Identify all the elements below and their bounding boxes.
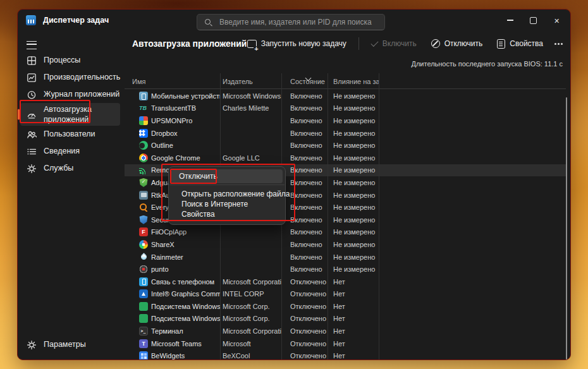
punto-icon — [139, 265, 148, 274]
sidebar-item-6[interactable]: Службы — [20, 160, 120, 177]
sidebar-item-settings[interactable]: Параметры — [20, 336, 120, 353]
startup-app-row[interactable]: BeWidgetsBeXCoolОтключеноНет — [125, 349, 566, 360]
app-status: Отключено — [281, 352, 328, 360]
startup-app-row[interactable]: TranslucentTBCharles MiletteВключеноНе и… — [125, 102, 566, 115]
startup-app-row[interactable]: DropboxВключеноНе измерено — [125, 127, 566, 140]
app-status: Включено — [281, 253, 328, 261]
app-status: Отключено — [281, 290, 328, 298]
sidebar-item-label: Производительность — [44, 72, 120, 82]
app-name: Подсистема Windows для... — [151, 303, 220, 310]
column-header-1[interactable]: Издатель — [220, 78, 281, 85]
app-name: Dropbox — [151, 130, 178, 137]
enable-button[interactable]: Включить — [368, 37, 420, 51]
context-menu-item-2[interactable]: Поиск в Интернете — [169, 199, 285, 209]
startup-app-row[interactable]: FiiOCplAppВключеноНе измерено — [125, 226, 566, 239]
app-status: Включено — [281, 130, 328, 137]
app-name: Мобильные устройства — [151, 92, 220, 100]
app-name: Remo — [151, 166, 169, 174]
minimize-icon — [507, 20, 513, 20]
startup-app-row[interactable]: Intel® Graphics Comman...INTEL CORPОтклю… — [125, 288, 566, 301]
block-icon — [431, 39, 440, 48]
search-box[interactable] — [197, 14, 385, 30]
more-button[interactable] — [554, 40, 563, 47]
sidebar-item-2[interactable]: Журнал приложений — [20, 86, 120, 103]
app-status: Отключено — [281, 278, 328, 286]
context-menu-item-0[interactable]: Отключить — [171, 169, 283, 183]
processes-icon — [27, 56, 37, 66]
properties-button[interactable]: Свойства — [494, 37, 546, 51]
search-input[interactable] — [218, 17, 377, 27]
app-startup-impact: Нет — [328, 327, 379, 335]
sidebar-item-label: Журнал приложений — [44, 89, 119, 99]
sidebar-item-4[interactable]: Пользователи — [20, 126, 120, 143]
toolbar-divider — [358, 37, 359, 50]
app-publisher: Google LLC — [220, 154, 281, 162]
sidebar-item-label: Пользователи — [44, 129, 95, 139]
hamburger-menu-icon[interactable] — [27, 41, 37, 49]
app-publisher: Microsoft Corp. — [220, 303, 281, 310]
sharex-icon — [139, 240, 148, 249]
sidebar-item-1[interactable]: Производительность — [20, 69, 120, 86]
app-startup-impact: Нет — [328, 290, 379, 298]
disable-label: Отключить — [444, 39, 483, 48]
disable-button[interactable]: Отключить — [428, 37, 486, 51]
shield-green-icon — [139, 178, 148, 187]
app-startup-impact: Не измерено — [328, 228, 379, 236]
app-status: Отключено — [281, 315, 328, 322]
app-startup-impact: Не измерено — [328, 154, 379, 162]
phone-icon — [139, 92, 148, 100]
sidebar-item-5[interactable]: Сведения — [20, 143, 120, 160]
table-header: ИмяИздательСостояниеВлияние на за... — [125, 73, 566, 89]
context-menu-item-1[interactable]: Открыть расположение файла — [169, 189, 285, 199]
app-startup-impact: Не измерено — [328, 253, 379, 261]
startup-app-row[interactable]: Подсистема Windows для...Microsoft Corp.… — [125, 300, 566, 313]
outline-icon — [139, 141, 148, 150]
titlebar[interactable]: Диспетчер задач — [18, 9, 570, 31]
column-divider — [379, 73, 379, 360]
app-publisher: Microsoft Windows — [220, 92, 281, 100]
run-new-task-button[interactable]: Запустить новую задачу — [244, 37, 350, 51]
wsl-icon — [139, 302, 148, 311]
startup-app-row[interactable]: UPSMONProВключеноНе измерено — [125, 114, 566, 127]
app-publisher: Microsoft Corp. — [220, 315, 281, 322]
app-startup-impact: Нет — [328, 352, 379, 360]
column-header-0[interactable]: Имя — [125, 78, 220, 85]
maximize-icon — [530, 17, 537, 24]
app-status: Включено — [281, 142, 328, 149]
app-startup-impact: Не измерено — [328, 104, 379, 112]
vertical-scrollbar[interactable] — [566, 97, 567, 360]
startup-app-row[interactable]: Мобильные устройстваMicrosoft WindowsВкл… — [125, 90, 566, 102]
sidebar-item-0[interactable]: Процессы — [20, 52, 120, 69]
maximize-button[interactable] — [522, 10, 545, 30]
startup-app-row[interactable]: Связь с телефономMicrosoft CorporationОт… — [125, 275, 566, 288]
app-publisher: Charles Milette — [220, 104, 281, 112]
properties-label: Свойства — [510, 39, 543, 48]
context-menu-item-3[interactable]: Свойства — [169, 209, 285, 219]
app-publisher: BeXCool — [220, 352, 281, 360]
column-header-2[interactable]: Состояние — [281, 78, 328, 85]
sidebar-item-label: Сведения — [44, 146, 80, 156]
app-startup-impact: Нет — [328, 315, 379, 322]
startup-app-row[interactable]: ТерминалMicrosoft CorporationОтключеноНе… — [125, 325, 566, 337]
wsl-icon — [139, 314, 148, 323]
startup-app-row[interactable]: puntoВключеноНе измерено — [125, 263, 566, 275]
startup-app-row[interactable]: Google ChromeGoogle LLCВключеноНе измере… — [125, 152, 566, 164]
startup-app-row[interactable]: Microsoft TeamsMicrosoftОтключеноНет — [125, 337, 566, 350]
startup-app-row[interactable]: Подсистема Windows для...Microsoft Corp.… — [125, 313, 566, 325]
rtk-icon — [139, 191, 148, 200]
startup-icon — [27, 109, 37, 119]
app-name: Терминал — [151, 327, 183, 335]
startup-app-row[interactable]: ShareXВключеноНе измерено — [125, 238, 566, 251]
sidebar-item-3[interactable]: Автозагрузка приложений — [20, 103, 120, 126]
app-startup-impact: Нет — [328, 303, 379, 310]
task-manager-app-icon — [26, 15, 36, 25]
startup-app-row[interactable]: OutlineВключеноНе измерено — [125, 139, 566, 152]
column-header-3[interactable]: Влияние на за... — [328, 78, 379, 85]
startup-app-row[interactable]: RainmeterВключеноНе измерено — [125, 251, 566, 263]
app-name: BeWidgets — [151, 352, 185, 360]
app-startup-impact: Не измерено — [328, 203, 379, 211]
close-button[interactable] — [545, 10, 568, 30]
minimize-button[interactable] — [498, 10, 522, 30]
app-status: Включено — [281, 166, 328, 174]
run-new-task-label: Запустить новую задачу — [261, 39, 346, 48]
